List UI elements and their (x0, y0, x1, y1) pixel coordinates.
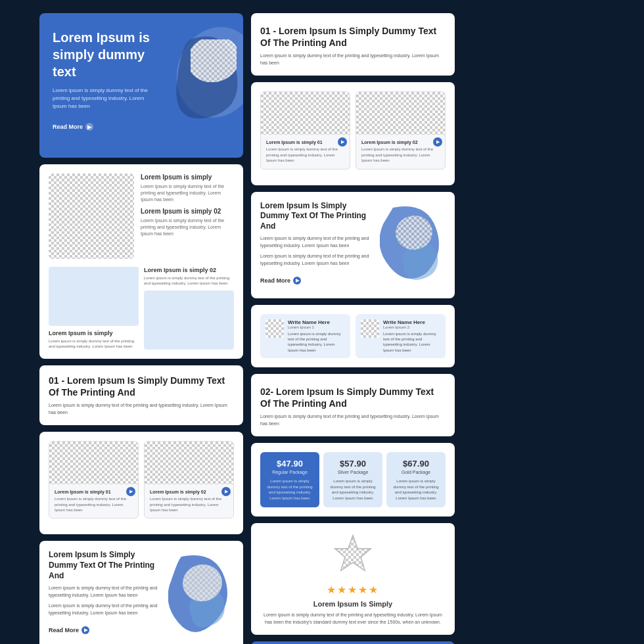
bottom-text-block-2: Lorem Ipsum is simply 02 Lorem ipsum is … (144, 267, 234, 350)
hero-description: Lorem ipsum is simply dummy text of the … (53, 87, 156, 110)
arrow-icon: ▶ (81, 626, 89, 634)
image-label-1: Lorem Ipsum is simply 01 (52, 487, 114, 495)
right-article-read-more-button[interactable]: Read More ▶ (260, 277, 301, 285)
bottom-image-2 (144, 290, 234, 350)
left-big-image (49, 173, 134, 259)
right-image-placeholder-2 (356, 92, 445, 135)
section-01-title: 01 - Lorem Ipsum Is Simply Dummy Text Of… (49, 375, 234, 398)
hero-title: Lorem Ipsum is simply dummy text (53, 29, 159, 80)
card-icon-2: ▶ (221, 487, 231, 496)
entry-title-2: Lorem Ipsum is simply 02 (141, 208, 234, 215)
profile-card-right-1: Write Name Here Lorem Ipsum 1 Lorem ipsu… (260, 314, 350, 359)
profile-cards-section-right: Write Name Here Lorem Ipsum 1 Lorem ipsu… (251, 305, 455, 368)
right-text-block: Lorem Ipsum is simply Lorem Ipsum is sim… (141, 173, 234, 259)
entry-desc-2: Lorem Ipsum is simply dummy text of the … (141, 218, 234, 237)
price-2: $57.90 (329, 459, 377, 469)
bottom-text-block-1: Lorem Ipsum is simply Lorem ipsum is sim… (49, 267, 139, 350)
article-blob-svg (168, 550, 234, 642)
right-column: 01 - Lorem Ipsum Is Simply Dummy Text Of… (251, 13, 455, 644)
testimonial-stars: ★★★★★ (260, 584, 446, 596)
testimonial-section: ★★★★★ Lorem Ipsum Is Simply Lorem ipsum … (251, 523, 455, 635)
profile-cards-row-right: Write Name Here Lorem Ipsum 1 Lorem ipsu… (260, 314, 446, 359)
profile-role-right-1: Lorem Ipsum 1 (288, 325, 345, 329)
layout-with-image: Lorem Ipsum is simply Lorem Ipsum is sim… (49, 173, 234, 259)
article-desc-1: Lorem ipsum is simply dummy text of the … (49, 585, 163, 599)
profile-desc-right-1: Lorem ipsum is simply dummy text of the … (288, 331, 345, 354)
profile-name-right-1: Write Name Here (288, 319, 345, 325)
article-title: Lorem Ipsum Is Simply Dummy Text Of The … (49, 550, 163, 581)
section-02-title: 02- Lorem Ipsum Is Simply Dummy Text Of … (260, 386, 446, 409)
right-arrow-icon: ▶ (293, 277, 301, 285)
testimonial-name: Lorem Ipsum Is Simply (260, 600, 446, 608)
section-01-image-cards: Lorem Ipsum is simply 01 ▶ Lorem Ipsum i… (39, 432, 243, 534)
entry-desc-1: Lorem Ipsum is simply dummy text of the … (141, 183, 234, 202)
article-desc-2: Lorem ipsum is simply dummy text of the … (49, 603, 163, 616)
image-card-2: Lorem Ipsum is simply 02 ▶ Lorem Ipsum i… (144, 441, 234, 518)
bottom-desc-2: Lorem ipsum is simply dummy text of the … (144, 275, 234, 287)
section-01-desc: Lorem ipsum is simply dummy text of the … (49, 402, 234, 416)
pricing-section: $47.90 Regular Package Lorem ipsum is si… (251, 443, 455, 517)
image-placeholder-1 (49, 442, 138, 484)
right-side-blob (380, 201, 446, 289)
pkg-desc-1: Lorem ipsum is simply dummy text of the … (265, 478, 314, 501)
right-article-text: Lorem Ipsum Is Simply Dummy Text Of The … (260, 201, 375, 289)
right-two-col-images: Lorem Ipsum is simply 01 ▶ Lorem Ipsum i… (260, 91, 446, 169)
right-image-label-1: Lorem Ipsum is simply 01 (264, 137, 325, 146)
bottom-title-2: Lorem Ipsum is simply 02 (144, 267, 234, 273)
right-card-icon-2: ▶ (433, 137, 442, 147)
right-section-01-title: 01 - Lorem Ipsum Is Simply Dummy Text Of… (260, 25, 446, 49)
image-desc-1: Lorem Ipsum is simply dummy text of the … (52, 496, 135, 515)
pkg-desc-2: Lorem ipsum is simply dummy text of the … (329, 478, 377, 501)
bottom-title-1: Lorem Ipsum is simply (49, 330, 139, 336)
pricing-card-3: $67.90 Gold Package Lorem ipsum is simpl… (386, 452, 446, 507)
right-image-desc-1: Lorem Ipsum is simply dummy text of the … (264, 147, 347, 166)
article-read-more-button[interactable]: Read More ▶ (49, 626, 89, 634)
testimonial-svg (330, 532, 376, 578)
right-blob-svg (380, 201, 446, 287)
profile-avatar-right-1 (265, 319, 284, 338)
image-label-2: Lorem Ipsum is simply 02 (147, 487, 209, 495)
article-side-image (168, 550, 234, 644)
right-section-01-desc: Lorem ipsum is simply dummy text of the … (260, 53, 446, 66)
article-section: Lorem Ipsum Is Simply Dummy Text Of The … (39, 541, 243, 644)
svg-rect-6 (191, 39, 237, 82)
image-desc-2: Lorem Ipsum is simply dummy text of the … (147, 496, 231, 515)
price-3: $67.90 (392, 459, 440, 469)
pkg-desc-3: Lorem ipsum is simply dummy text of the … (392, 478, 440, 501)
right-image-placeholder-1 (261, 92, 350, 135)
right-article-desc-1: Lorem ipsum is simply dummy text of the … (260, 235, 375, 249)
testimonial-text: Lorem ipsum is simply dummy text of the … (260, 612, 446, 626)
bottom-image-1 (49, 267, 139, 326)
right-article-section: Lorem Ipsum Is Simply Dummy Text Of The … (251, 192, 455, 298)
article-text: Lorem Ipsum Is Simply Dummy Text Of The … (49, 550, 163, 644)
left-column: Lorem Ipsum is simply dummy text Lorem i… (39, 13, 243, 644)
profile-desc-right-2: Lorem ipsum is simply dummy text of the … (383, 331, 440, 354)
right-card-icon-1: ▶ (338, 137, 347, 147)
profile-card-right-2: Write Name Here Lorem Ipsum 2 Lorem ipsu… (356, 314, 446, 359)
right-section-01-top: 01 - Lorem Ipsum Is Simply Dummy Text Of… (251, 13, 455, 76)
section-02-block: 02- Lorem Ipsum Is Simply Dummy Text Of … (251, 374, 455, 436)
pricing-card-1: $47.90 Regular Package Lorem ipsum is si… (260, 452, 319, 507)
pkg-name-3: Gold Package (392, 470, 440, 474)
hero-read-more-button[interactable]: Read More ▶ (53, 123, 93, 131)
right-image-cards: Lorem Ipsum is simply 01 ▶ Lorem Ipsum i… (251, 82, 455, 185)
profile-info-right-1: Write Name Here Lorem Ipsum 1 Lorem ipsu… (288, 319, 345, 354)
profile-avatar-right-2 (361, 319, 379, 338)
profile-info-right-2: Write Name Here Lorem Ipsum 2 Lorem ipsu… (383, 319, 440, 354)
pkg-name-1: Regular Package (265, 470, 314, 474)
cards-section: Lorem Ipsum is simply Lorem Ipsum is sim… (39, 164, 243, 359)
card-icon-1: ▶ (126, 487, 135, 496)
image-card-1: Lorem Ipsum is simply 01 ▶ Lorem Ipsum i… (49, 441, 139, 518)
pricing-row: $47.90 Regular Package Lorem ipsum is si… (260, 452, 446, 507)
section-02-desc: Lorem ipsum is simply dummy text of the … (260, 413, 446, 427)
right-image-label-2: Lorem Ipsum is simply 02 (359, 137, 421, 146)
right-image-card-2: Lorem Ipsum is simply 02 ▶ Lorem Ipsum i… (356, 91, 446, 169)
price-1: $47.90 (265, 459, 314, 469)
profile-role-right-2: Lorem Ipsum 2 (383, 325, 440, 329)
entry-title-1: Lorem Ipsum is simply (141, 173, 234, 181)
hero-banner: Lorem Ipsum is simply dummy text Lorem i… (39, 13, 243, 158)
two-col-images: Lorem Ipsum is simply 01 ▶ Lorem Ipsum i… (49, 441, 234, 518)
arrow-icon: ▶ (85, 123, 93, 131)
footer-section: Business Logo Lorem ipsum is simply dumm… (251, 641, 455, 644)
pkg-name-2: Silver Package (329, 470, 377, 474)
